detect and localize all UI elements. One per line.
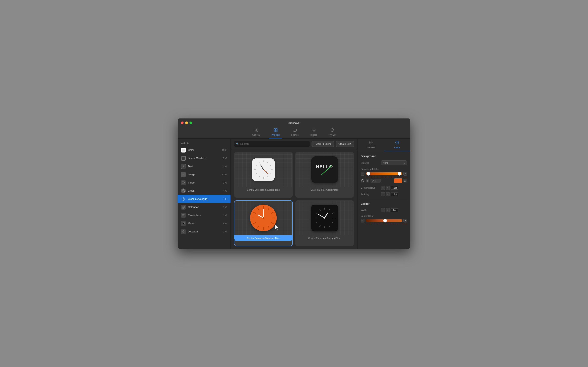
widget-card-w3[interactable]: Central European Standard Time — [234, 200, 293, 246]
sidebar-item-clock-analogue[interactable]: Clock (Analogue) 4 — [178, 195, 231, 203]
svg-rect-7 — [312, 130, 313, 131]
sidebar-count-linear-gradient: 9 — [223, 157, 227, 159]
border-width-value: 2pt — [390, 208, 399, 212]
corner-radius-plus[interactable]: + — [386, 186, 390, 190]
search-input[interactable] — [240, 142, 308, 145]
svg-rect-4 — [276, 130, 277, 132]
svg-rect-96 — [404, 180, 405, 180]
window-title: Superlayer — [181, 121, 407, 124]
hello-widget: HELLO — [311, 156, 338, 183]
video-icon — [181, 180, 186, 185]
sidebar-item-location[interactable]: Location 2 — [178, 227, 231, 236]
right-panel-content: Background Material None ⌄ Background Co… — [357, 151, 410, 249]
sidebar-label-color: Color — [188, 149, 220, 151]
tab-scenes[interactable]: Scenes — [289, 127, 301, 138]
border-width-label: Width — [361, 209, 379, 211]
reminders-icon — [181, 213, 186, 218]
trigger-icon — [311, 128, 316, 133]
material-select[interactable]: None ⌄ — [381, 160, 407, 165]
sidebar-item-reminders[interactable]: Reminders 1 — [178, 211, 231, 219]
tab-privacy[interactable]: Privacy — [326, 127, 338, 138]
bg-color-thumb-left[interactable] — [366, 172, 370, 175]
bg-color-container: Background Color − + — [361, 168, 407, 183]
widget-card-w4[interactable]: Central European Standard Time — [295, 200, 354, 246]
right-tab-general[interactable]: General — [357, 139, 384, 151]
titlebar-top: Superlayer — [181, 121, 407, 124]
up-arrow-icon — [366, 179, 369, 183]
sidebar-item-image[interactable]: Image 10 — [178, 170, 231, 179]
svg-rect-31 — [184, 207, 184, 208]
widget-card-w1[interactable]: 22 Central European Standard Time — [234, 152, 293, 198]
sidebar-count-image: 10 — [222, 173, 227, 176]
sidebar-item-calendar[interactable]: Calendar 1 — [178, 203, 231, 211]
padding-plus[interactable]: + — [386, 192, 390, 196]
widget-label-w3: Central European Standard Time — [234, 235, 292, 241]
circle-indicator — [361, 179, 364, 183]
bg-color-thumb-right[interactable] — [398, 172, 401, 175]
linear-gradient-icon — [181, 156, 186, 161]
analog-clock-white: 22 — [252, 158, 275, 181]
padding-value: 12pt — [390, 192, 399, 196]
text-icon: A — [181, 164, 186, 169]
padding-minus[interactable]: − — [381, 192, 385, 196]
widget-label-w1: Central European Standard Time — [245, 187, 282, 193]
corner-radius-minus[interactable]: − — [381, 186, 385, 190]
border-color-plus[interactable]: + — [403, 219, 407, 222]
sidebar-item-clock[interactable]: 942 Clock 4 — [178, 187, 231, 195]
svg-point-91 — [324, 217, 325, 218]
color-row: 0° — [361, 178, 407, 183]
sidebar-item-color[interactable]: Color 10 — [178, 146, 231, 154]
traffic-lights — [181, 122, 192, 124]
border-color-minus[interactable]: − — [361, 219, 364, 222]
divider-1 — [361, 199, 407, 200]
sidebar: Widgets Color 10 Linear Gradient — [178, 139, 231, 249]
grid-icon[interactable] — [403, 179, 407, 183]
tab-general[interactable]: General — [250, 127, 263, 138]
sidebar-item-music[interactable]: Music 4 — [178, 219, 231, 227]
create-new-button[interactable]: Create New — [336, 141, 354, 147]
widget-preview-w3 — [234, 201, 292, 235]
widget-card-w2[interactable]: HELLO Universal Time Coordinated — [295, 152, 354, 198]
svg-point-92 — [370, 142, 371, 143]
color-preview[interactable] — [394, 178, 402, 183]
sidebar-item-linear-gradient[interactable]: Linear Gradient 9 — [178, 154, 231, 162]
border-color-label: Border Color — [361, 215, 407, 217]
sidebar-item-text[interactable]: A Text 2 — [178, 162, 231, 170]
sidebar-label-text: Text — [188, 165, 221, 168]
bg-color-plus[interactable]: + — [403, 172, 407, 175]
close-button[interactable] — [181, 122, 183, 124]
location-icon — [181, 229, 186, 234]
svg-rect-12 — [182, 157, 185, 160]
bg-color-minus[interactable]: − — [361, 172, 364, 175]
border-color-thumb[interactable] — [383, 219, 387, 222]
add-to-scene-button[interactable]: + Add To Scene — [311, 141, 334, 147]
tab-trigger[interactable]: Trigger — [308, 127, 320, 138]
border-width-minus[interactable]: − — [381, 208, 385, 212]
search-box: 🔍 — [234, 141, 310, 147]
search-toolbar: 🔍 + Add To Scene Create New — [231, 139, 357, 150]
sidebar-label-linear-gradient: Linear Gradient — [188, 157, 221, 160]
widget-label-w4: Central European Standard Time — [306, 235, 344, 242]
angle-input[interactable]: 0° — [371, 179, 381, 183]
app-window: Superlayer General — [178, 118, 410, 249]
tab-general-label: General — [252, 133, 260, 136]
bg-color-slider[interactable] — [366, 172, 402, 175]
sidebar-label-calendar: Calendar — [188, 206, 221, 209]
tab-widgets[interactable]: Widgets — [269, 127, 282, 138]
angle-stepper[interactable] — [375, 179, 376, 182]
scenes-icon — [293, 128, 297, 133]
right-tab-clock[interactable]: Clock — [384, 139, 411, 151]
padding-label: Padding — [361, 193, 379, 196]
border-color-slider[interactable] — [366, 219, 402, 222]
border-color-slider-row: − + — [361, 219, 407, 222]
sidebar-item-video[interactable]: Video 1 — [178, 179, 231, 187]
minimize-button[interactable] — [185, 122, 188, 124]
svg-rect-8 — [313, 130, 314, 131]
svg-point-0 — [256, 129, 257, 131]
border-color-container: Border Color − + — [361, 215, 407, 224]
svg-point-16 — [182, 174, 183, 174]
right-panel: General Clock Background — [357, 139, 410, 249]
border-width-plus[interactable]: + — [386, 208, 390, 212]
svg-point-95 — [362, 179, 363, 180]
maximize-button[interactable] — [190, 122, 192, 124]
